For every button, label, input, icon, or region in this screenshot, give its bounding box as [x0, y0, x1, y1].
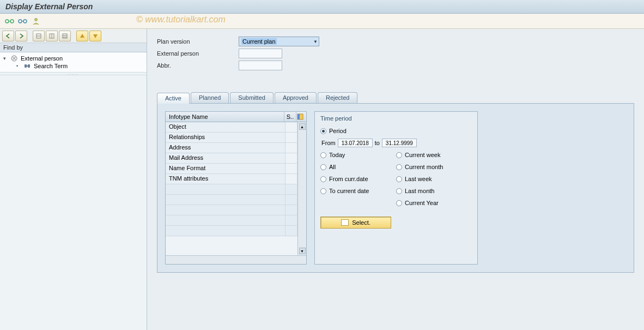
- page-title: Display External Person: [0, 0, 644, 14]
- col-s[interactable]: S..: [284, 112, 296, 122]
- tab-panel: Infotype Name S.. Object Relationships A…: [157, 104, 634, 273]
- radio-all[interactable]: [320, 164, 326, 170]
- abbr-input[interactable]: [239, 61, 282, 70]
- radio-current-month-label: Current month: [405, 164, 443, 170]
- table-settings-icon[interactable]: [296, 112, 306, 122]
- watermark-text: © www.tutorialkart.com: [136, 15, 226, 25]
- col-infotype-name[interactable]: Infotype Name: [166, 112, 284, 122]
- table-row[interactable]: Mail Address: [166, 153, 297, 164]
- table-row: [166, 226, 297, 236]
- content-area: Find by ▾ External person • Search Term …: [0, 29, 644, 330]
- table-row: [166, 195, 297, 205]
- radio-to-current-date[interactable]: [320, 188, 326, 194]
- status-tabstrip: Active Planned Submitted Approved Reject…: [157, 92, 634, 104]
- glasses-icon[interactable]: [4, 16, 15, 26]
- to-label: to: [375, 140, 380, 146]
- nav-forward-button[interactable]: [15, 31, 27, 41]
- radio-last-week[interactable]: [396, 176, 402, 182]
- table-row[interactable]: Object: [166, 122, 297, 133]
- to-date-input[interactable]: [382, 139, 417, 147]
- select-icon: [341, 219, 349, 226]
- select-button-label: Select.: [352, 219, 370, 226]
- radio-last-month-label: Last month: [405, 188, 434, 194]
- tool-btn-1[interactable]: [33, 31, 45, 41]
- radio-period-label: Period: [329, 128, 347, 134]
- pane-splitter[interactable]: ·····: [0, 72, 147, 75]
- cell-mail-address: Mail Address: [166, 153, 285, 163]
- radio-to-curr-label: To current date: [329, 188, 369, 194]
- tab-active[interactable]: Active: [157, 93, 190, 104]
- table-row: [166, 184, 297, 195]
- select-button[interactable]: Select.: [320, 217, 391, 229]
- table-scrollbar[interactable]: ▲ ▼: [297, 122, 306, 255]
- app-toolbar: © www.tutorialkart.com: [0, 14, 644, 29]
- plan-version-label: Plan version: [157, 38, 239, 45]
- radio-current-month[interactable]: [396, 164, 402, 170]
- tool-btn-3[interactable]: [59, 31, 71, 41]
- radio-last-week-label: Last week: [405, 176, 432, 182]
- tree-root-label: External person: [21, 55, 63, 62]
- radio-current-week[interactable]: [396, 152, 402, 158]
- table-footer: [166, 255, 306, 264]
- object-tree: ▾ External person • Search Term: [0, 52, 147, 72]
- radio-period[interactable]: [320, 128, 326, 134]
- radio-today[interactable]: [320, 152, 326, 158]
- scroll-down-icon[interactable]: ▼: [299, 248, 306, 254]
- tree-child-search-term[interactable]: • Search Term: [3, 62, 143, 70]
- chevron-down-icon: ▼: [313, 39, 318, 44]
- tab-approved[interactable]: Approved: [275, 92, 317, 103]
- tree-bullet-icon: •: [16, 63, 22, 69]
- glasses-alt-icon[interactable]: [17, 16, 28, 26]
- table-row[interactable]: Relationships: [166, 133, 297, 143]
- plan-version-value: Current plan: [241, 38, 277, 45]
- radio-all-label: All: [329, 164, 336, 170]
- infotype-header: Infotype Name S..: [166, 112, 306, 122]
- radio-current-week-label: Current week: [405, 152, 440, 158]
- table-row[interactable]: Address: [166, 143, 297, 153]
- time-period-title: Time period: [320, 115, 472, 122]
- binoculars-icon: [24, 63, 32, 69]
- table-row[interactable]: TNM attributes: [166, 174, 297, 184]
- left-toolbar: [0, 29, 147, 43]
- left-pane: Find by ▾ External person • Search Term …: [0, 29, 147, 330]
- right-pane: Plan version Current plan ▼ External per…: [147, 29, 644, 330]
- svg-point-3: [19, 20, 22, 23]
- cell-tnm-attributes: TNM attributes: [166, 174, 285, 184]
- time-period-group: Time period Period From to Today Current…: [314, 111, 478, 265]
- from-label: From: [321, 140, 336, 146]
- radio-current-year[interactable]: [396, 200, 402, 206]
- scroll-up-icon[interactable]: ▲: [299, 123, 306, 130]
- cell-relationships: Relationships: [166, 133, 285, 142]
- radio-last-month[interactable]: [396, 188, 402, 194]
- svg-point-0: [5, 20, 9, 23]
- nav-back-button[interactable]: [2, 31, 14, 41]
- svg-point-6: [35, 18, 38, 21]
- tree-child-label: Search Term: [34, 63, 68, 69]
- cancel-circle-icon: [11, 55, 19, 62]
- from-date-input[interactable]: [338, 139, 373, 147]
- tab-submitted[interactable]: Submitted: [230, 92, 274, 103]
- table-row: [166, 205, 297, 215]
- radio-current-year-label: Current Year: [405, 200, 439, 206]
- abbr-label: Abbr.: [157, 62, 239, 69]
- radio-from-curr-date[interactable]: [320, 176, 326, 182]
- tab-planned[interactable]: Planned: [191, 92, 229, 103]
- svg-point-4: [23, 20, 27, 23]
- cell-object: Object: [166, 122, 285, 132]
- external-person-input[interactable]: [239, 49, 282, 58]
- radio-from-curr-label: From curr.date: [329, 176, 368, 182]
- tool-btn-2[interactable]: [46, 31, 58, 41]
- external-person-label: External person: [157, 50, 239, 57]
- person-icon[interactable]: [31, 16, 41, 26]
- infotype-table: Infotype Name S.. Object Relationships A…: [165, 111, 307, 265]
- svg-rect-11: [63, 34, 67, 38]
- plan-version-combo[interactable]: Current plan ▼: [239, 37, 319, 46]
- tab-rejected[interactable]: Rejected: [318, 92, 357, 103]
- tree-toggle-icon[interactable]: ▾: [3, 56, 9, 61]
- tree-root-external-person[interactable]: ▾ External person: [3, 55, 143, 62]
- collapse-all-button[interactable]: [89, 31, 101, 41]
- table-row: [166, 215, 297, 226]
- expand-all-button[interactable]: [76, 31, 88, 41]
- table-row[interactable]: Name Format: [166, 164, 297, 174]
- findby-header: Find by: [0, 43, 147, 52]
